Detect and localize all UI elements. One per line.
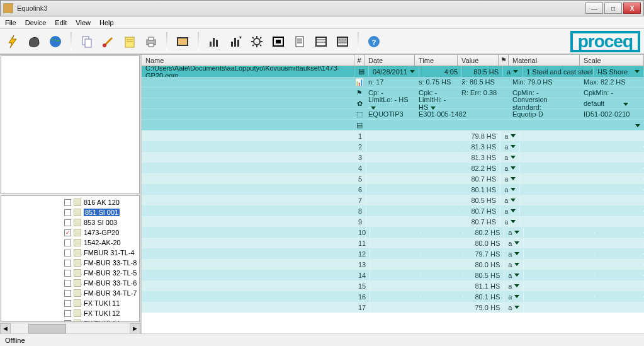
tree-item[interactable]: FMBUR 31-TL-4 bbox=[64, 248, 139, 258]
data-row[interactable]: 281.3 HSa bbox=[142, 141, 644, 152]
help-icon[interactable]: ? bbox=[365, 33, 383, 50]
checkbox[interactable] bbox=[64, 250, 71, 257]
col-value[interactable]: Value bbox=[458, 55, 499, 66]
tree-item[interactable]: FM-BUR 32-TL-5 bbox=[64, 268, 139, 278]
cell-flag[interactable]: a bbox=[504, 239, 524, 248]
cell-flag[interactable]: a bbox=[500, 164, 520, 173]
checkbox[interactable] bbox=[64, 239, 71, 246]
data-row[interactable]: 980.7 HSa bbox=[142, 216, 644, 227]
list1-icon[interactable] bbox=[312, 33, 330, 50]
data-row[interactable]: 381.3 HSa bbox=[142, 152, 644, 163]
menu-file[interactable]: File bbox=[5, 19, 16, 26]
maximize-button[interactable]: □ bbox=[604, 3, 622, 14]
cell-flag[interactable]: a bbox=[500, 153, 520, 162]
data-row[interactable]: 179.8 HSa bbox=[142, 130, 644, 141]
doc-icon[interactable] bbox=[291, 33, 308, 50]
col-time[interactable]: Time bbox=[415, 55, 458, 66]
globe-icon[interactable] bbox=[47, 33, 64, 50]
data-row[interactable]: 1779.0 HSa bbox=[142, 302, 644, 313]
cell-flag[interactable]: a bbox=[500, 196, 520, 205]
copy-icon[interactable] bbox=[78, 33, 96, 50]
stat-doc-icon[interactable]: ▤ bbox=[354, 121, 364, 129]
tree-item[interactable]: ✓1473-GP20 bbox=[64, 228, 139, 238]
tree-item[interactable]: FM-BUR 34-TL-7 bbox=[64, 288, 139, 298]
col-name[interactable]: Name bbox=[142, 55, 354, 66]
tree-hscrollbar[interactable]: ◄ ► bbox=[0, 323, 140, 333]
notes-icon[interactable] bbox=[121, 33, 138, 50]
selected-file-row[interactable]: C:\Users\Aale\Documents\aaLopputyö\Kovuu… bbox=[142, 66, 644, 77]
close-button[interactable]: X bbox=[623, 3, 641, 14]
checkbox[interactable] bbox=[64, 310, 71, 317]
checkbox[interactable] bbox=[64, 219, 71, 226]
data-row[interactable]: 780.5 HSa bbox=[142, 195, 644, 205]
cell-flag[interactable]: a bbox=[504, 228, 524, 237]
minimize-button[interactable]: — bbox=[585, 3, 603, 14]
tree-item[interactable]: FM-BUR 33-TL-8 bbox=[64, 258, 139, 268]
checkbox[interactable] bbox=[64, 300, 71, 307]
tree-item[interactable]: 853 SI 003 bbox=[64, 217, 139, 228]
cell-flag[interactable]: a bbox=[504, 303, 524, 312]
menu-help[interactable]: Help bbox=[99, 19, 114, 26]
cell-flag[interactable]: a bbox=[500, 207, 520, 216]
cell-flag[interactable]: a bbox=[500, 217, 520, 226]
selected-flag[interactable]: a bbox=[503, 66, 523, 77]
checkbox[interactable]: ✓ bbox=[64, 229, 71, 236]
printer-icon[interactable] bbox=[142, 33, 160, 50]
stat-expand[interactable] bbox=[629, 120, 644, 129]
upper-tree[interactable] bbox=[1, 55, 140, 194]
col-date[interactable]: Date bbox=[364, 55, 415, 66]
tree-item[interactable]: FX TUKI 14 bbox=[64, 318, 139, 322]
tree-item[interactable]: 816 AK 120 bbox=[64, 197, 139, 207]
data-row[interactable]: 580.7 HSa bbox=[142, 173, 644, 184]
selected-material[interactable]: 1 Steel and cast steel bbox=[523, 66, 594, 77]
tree-item[interactable]: FX TUKI 11 bbox=[64, 298, 139, 308]
bars2-icon[interactable] bbox=[227, 33, 244, 50]
checkbox[interactable] bbox=[64, 209, 71, 216]
tree-item[interactable]: FM-BUR 33-TL-6 bbox=[64, 278, 139, 288]
menu-view[interactable]: View bbox=[76, 19, 91, 26]
menu-edit[interactable]: Edit bbox=[55, 19, 67, 26]
frame-icon[interactable] bbox=[174, 33, 191, 50]
cell-flag[interactable]: a bbox=[504, 271, 524, 280]
cell-flag[interactable]: a bbox=[500, 185, 520, 194]
data-row[interactable]: 1180.0 HSa bbox=[142, 238, 644, 248]
tree-item[interactable]: 851 SI 001 bbox=[64, 207, 139, 217]
cell-flag[interactable]: a bbox=[504, 282, 524, 291]
col-material[interactable]: Material bbox=[509, 55, 580, 66]
gear-icon[interactable] bbox=[248, 33, 266, 50]
tree-item[interactable]: 1542-AK-20 bbox=[64, 238, 139, 248]
checkbox[interactable] bbox=[64, 320, 71, 323]
data-row[interactable]: 1279.7 HSa bbox=[142, 248, 644, 259]
data-row[interactable]: 1581.1 HSa bbox=[142, 280, 644, 291]
checkbox[interactable] bbox=[64, 199, 71, 206]
brush-icon[interactable] bbox=[99, 33, 117, 50]
data-row[interactable]: 1680.1 HSa bbox=[142, 291, 644, 302]
checkbox[interactable] bbox=[64, 260, 71, 267]
data-row[interactable]: 680.1 HSa bbox=[142, 184, 644, 195]
blob-icon[interactable] bbox=[25, 33, 43, 50]
checkbox[interactable] bbox=[64, 290, 71, 297]
stat-convval[interactable]: default bbox=[580, 99, 632, 108]
selected-scale[interactable]: HS Shore bbox=[594, 66, 644, 77]
bars1-icon[interactable] bbox=[205, 33, 223, 50]
col-hash[interactable]: # bbox=[354, 55, 364, 66]
selected-value[interactable]: 80.5 HS bbox=[462, 66, 503, 77]
list2-icon[interactable] bbox=[334, 33, 351, 50]
blackframe-icon[interactable] bbox=[269, 33, 287, 50]
file-tree[interactable]: 816 AK 120851 SI 001853 SI 003✓1473-GP20… bbox=[1, 195, 140, 322]
data-rows[interactable]: 179.8 HSa 281.3 HSa 381.3 HSa 482.2 HSa … bbox=[142, 130, 644, 333]
col-scale[interactable]: Scale bbox=[580, 55, 644, 66]
cell-flag[interactable]: a bbox=[500, 132, 520, 141]
checkbox[interactable] bbox=[64, 270, 71, 277]
data-row[interactable]: 1480.5 HSa bbox=[142, 270, 644, 280]
cell-flag[interactable]: a bbox=[504, 292, 524, 301]
menu-device[interactable]: Device bbox=[25, 19, 47, 26]
data-row[interactable]: 482.2 HSa bbox=[142, 163, 644, 173]
scroll-right-button[interactable]: ► bbox=[130, 323, 140, 334]
selected-time[interactable]: 4:05 bbox=[419, 66, 462, 77]
col-flag[interactable]: ⚑ bbox=[499, 55, 509, 66]
scroll-left-button[interactable]: ◄ bbox=[0, 323, 11, 334]
cell-flag[interactable]: a bbox=[500, 142, 520, 151]
cell-flag[interactable]: a bbox=[504, 250, 524, 258]
scroll-thumb[interactable] bbox=[28, 324, 66, 333]
